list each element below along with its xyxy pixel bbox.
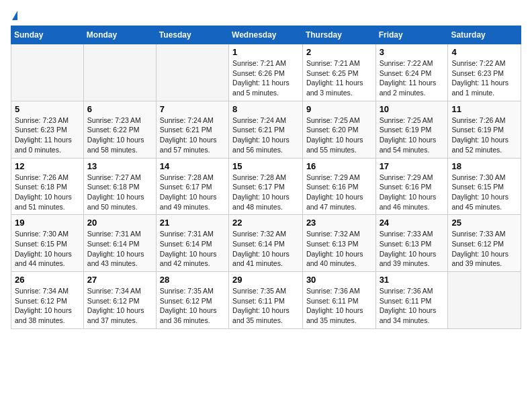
day-number: 7: [160, 104, 225, 114]
day-info: Sunrise: 7:33 AM Sunset: 6:12 PM Dayligh…: [451, 229, 517, 269]
calendar-cell: 30Sunrise: 7:36 AM Sunset: 6:11 PM Dayli…: [302, 272, 375, 329]
weekday-header-cell: Tuesday: [156, 26, 228, 44]
calendar-cell: 9Sunrise: 7:25 AM Sunset: 6:20 PM Daylig…: [302, 101, 375, 158]
calendar-cell: 20Sunrise: 7:31 AM Sunset: 6:14 PM Dayli…: [83, 215, 156, 272]
calendar-cell: 23Sunrise: 7:32 AM Sunset: 6:13 PM Dayli…: [302, 215, 375, 272]
day-info: Sunrise: 7:34 AM Sunset: 6:12 PM Dayligh…: [15, 286, 80, 326]
day-number: 13: [87, 161, 152, 171]
day-number: 12: [15, 161, 80, 171]
day-number: 28: [160, 275, 225, 285]
calendar-cell: 11Sunrise: 7:26 AM Sunset: 6:19 PM Dayli…: [448, 101, 521, 158]
day-number: 30: [306, 275, 372, 285]
day-info: Sunrise: 7:33 AM Sunset: 6:13 PM Dayligh…: [380, 229, 445, 269]
day-number: 19: [15, 218, 80, 228]
weekday-header-cell: Saturday: [448, 26, 521, 44]
calendar-cell: 21Sunrise: 7:31 AM Sunset: 6:14 PM Dayli…: [156, 215, 228, 272]
calendar-cell: 27Sunrise: 7:34 AM Sunset: 6:12 PM Dayli…: [83, 272, 156, 329]
calendar-body: 1Sunrise: 7:21 AM Sunset: 6:26 PM Daylig…: [11, 44, 521, 329]
day-number: 10: [380, 104, 445, 114]
day-number: 6: [87, 104, 152, 114]
day-info: Sunrise: 7:22 AM Sunset: 6:24 PM Dayligh…: [380, 58, 445, 98]
day-number: 3: [380, 47, 445, 57]
weekday-header-cell: Sunday: [11, 26, 84, 44]
day-number: 31: [380, 275, 445, 285]
day-number: 5: [15, 104, 80, 114]
day-number: 14: [160, 161, 225, 171]
calendar-cell: 22Sunrise: 7:32 AM Sunset: 6:14 PM Dayli…: [229, 215, 303, 272]
calendar-cell: 15Sunrise: 7:28 AM Sunset: 6:17 PM Dayli…: [229, 158, 303, 215]
day-info: Sunrise: 7:30 AM Sunset: 6:15 PM Dayligh…: [15, 229, 80, 269]
calendar-cell: 6Sunrise: 7:23 AM Sunset: 6:22 PM Daylig…: [83, 101, 156, 158]
day-number: 18: [451, 161, 517, 171]
day-number: 25: [451, 218, 517, 228]
weekday-header-cell: Thursday: [302, 26, 375, 44]
logo-icon: [12, 11, 17, 20]
calendar-cell: 31Sunrise: 7:36 AM Sunset: 6:11 PM Dayli…: [375, 272, 448, 329]
calendar-cell: 10Sunrise: 7:25 AM Sunset: 6:19 PM Dayli…: [375, 101, 448, 158]
header: [11, 11, 521, 20]
day-info: Sunrise: 7:29 AM Sunset: 6:16 PM Dayligh…: [306, 173, 372, 212]
day-info: Sunrise: 7:35 AM Sunset: 6:11 PM Dayligh…: [232, 286, 299, 326]
day-number: 16: [306, 161, 372, 171]
day-number: 9: [306, 104, 372, 114]
day-info: Sunrise: 7:29 AM Sunset: 6:16 PM Dayligh…: [380, 173, 445, 212]
calendar-cell: 18Sunrise: 7:30 AM Sunset: 6:15 PM Dayli…: [448, 158, 521, 215]
calendar-cell: 14Sunrise: 7:28 AM Sunset: 6:17 PM Dayli…: [156, 158, 228, 215]
day-info: Sunrise: 7:23 AM Sunset: 6:22 PM Dayligh…: [87, 116, 152, 155]
day-info: Sunrise: 7:36 AM Sunset: 6:11 PM Dayligh…: [380, 286, 445, 326]
day-number: 4: [451, 47, 517, 57]
day-info: Sunrise: 7:21 AM Sunset: 6:26 PM Dayligh…: [232, 58, 299, 98]
calendar-cell: 29Sunrise: 7:35 AM Sunset: 6:11 PM Dayli…: [229, 272, 303, 329]
day-number: 1: [232, 47, 299, 57]
day-number: 2: [306, 47, 372, 57]
calendar-cell: 16Sunrise: 7:29 AM Sunset: 6:16 PM Dayli…: [302, 158, 375, 215]
day-info: Sunrise: 7:26 AM Sunset: 6:18 PM Dayligh…: [15, 173, 80, 212]
day-info: Sunrise: 7:31 AM Sunset: 6:14 PM Dayligh…: [160, 229, 225, 269]
day-number: 21: [160, 218, 225, 228]
calendar-cell: 24Sunrise: 7:33 AM Sunset: 6:13 PM Dayli…: [375, 215, 448, 272]
calendar-cell: 28Sunrise: 7:35 AM Sunset: 6:12 PM Dayli…: [156, 272, 228, 329]
day-number: 26: [15, 275, 80, 285]
calendar-cell: 19Sunrise: 7:30 AM Sunset: 6:15 PM Dayli…: [11, 215, 84, 272]
calendar: SundayMondayTuesdayWednesdayThursdayFrid…: [11, 26, 521, 329]
day-info: Sunrise: 7:25 AM Sunset: 6:20 PM Dayligh…: [306, 116, 372, 155]
calendar-cell: 13Sunrise: 7:27 AM Sunset: 6:18 PM Dayli…: [83, 158, 156, 215]
calendar-cell: 7Sunrise: 7:24 AM Sunset: 6:21 PM Daylig…: [156, 101, 228, 158]
day-info: Sunrise: 7:22 AM Sunset: 6:23 PM Dayligh…: [451, 58, 517, 98]
day-info: Sunrise: 7:23 AM Sunset: 6:23 PM Dayligh…: [15, 116, 80, 155]
day-info: Sunrise: 7:27 AM Sunset: 6:18 PM Dayligh…: [87, 173, 152, 212]
calendar-cell: 1Sunrise: 7:21 AM Sunset: 6:26 PM Daylig…: [229, 44, 303, 101]
weekday-header-row: SundayMondayTuesdayWednesdayThursdayFrid…: [11, 26, 521, 44]
calendar-cell: 2Sunrise: 7:21 AM Sunset: 6:25 PM Daylig…: [302, 44, 375, 101]
day-number: 17: [380, 161, 445, 171]
calendar-cell: 12Sunrise: 7:26 AM Sunset: 6:18 PM Dayli…: [11, 158, 84, 215]
day-info: Sunrise: 7:31 AM Sunset: 6:14 PM Dayligh…: [87, 229, 152, 269]
day-number: 27: [87, 275, 152, 285]
calendar-week-row: 19Sunrise: 7:30 AM Sunset: 6:15 PM Dayli…: [11, 215, 521, 272]
day-number: 29: [232, 275, 299, 285]
weekday-header-cell: Monday: [83, 26, 156, 44]
day-info: Sunrise: 7:24 AM Sunset: 6:21 PM Dayligh…: [232, 116, 299, 155]
calendar-week-row: 26Sunrise: 7:34 AM Sunset: 6:12 PM Dayli…: [11, 272, 521, 329]
calendar-cell: [156, 44, 228, 101]
calendar-week-row: 1Sunrise: 7:21 AM Sunset: 6:26 PM Daylig…: [11, 44, 521, 101]
day-info: Sunrise: 7:35 AM Sunset: 6:12 PM Dayligh…: [160, 286, 225, 326]
calendar-cell: 26Sunrise: 7:34 AM Sunset: 6:12 PM Dayli…: [11, 272, 84, 329]
day-info: Sunrise: 7:25 AM Sunset: 6:19 PM Dayligh…: [380, 116, 445, 155]
day-number: 8: [232, 104, 299, 114]
logo: [11, 11, 17, 20]
calendar-cell: 5Sunrise: 7:23 AM Sunset: 6:23 PM Daylig…: [11, 101, 84, 158]
day-info: Sunrise: 7:30 AM Sunset: 6:15 PM Dayligh…: [451, 173, 517, 212]
day-info: Sunrise: 7:32 AM Sunset: 6:13 PM Dayligh…: [306, 229, 372, 269]
calendar-cell: 17Sunrise: 7:29 AM Sunset: 6:16 PM Dayli…: [375, 158, 448, 215]
calendar-cell: [448, 272, 521, 329]
calendar-cell: 3Sunrise: 7:22 AM Sunset: 6:24 PM Daylig…: [375, 44, 448, 101]
day-info: Sunrise: 7:36 AM Sunset: 6:11 PM Dayligh…: [306, 286, 372, 326]
day-number: 20: [87, 218, 152, 228]
day-info: Sunrise: 7:32 AM Sunset: 6:14 PM Dayligh…: [232, 229, 299, 269]
day-info: Sunrise: 7:24 AM Sunset: 6:21 PM Dayligh…: [160, 116, 225, 155]
day-info: Sunrise: 7:34 AM Sunset: 6:12 PM Dayligh…: [87, 286, 152, 326]
calendar-week-row: 12Sunrise: 7:26 AM Sunset: 6:18 PM Dayli…: [11, 158, 521, 215]
calendar-cell: [11, 44, 84, 101]
calendar-cell: 25Sunrise: 7:33 AM Sunset: 6:12 PM Dayli…: [448, 215, 521, 272]
